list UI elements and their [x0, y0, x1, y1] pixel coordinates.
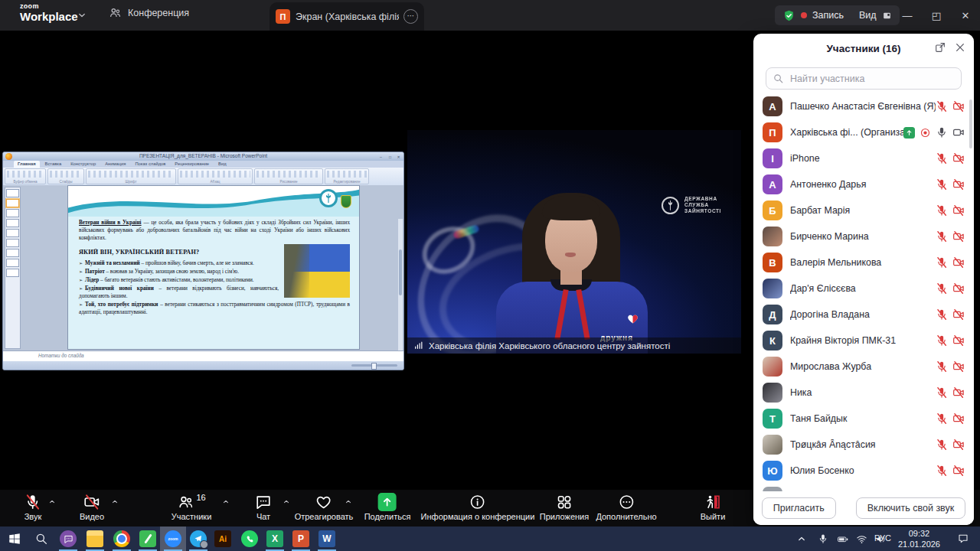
view-label[interactable]: Вид	[859, 10, 877, 21]
minimize-button[interactable]: ―	[893, 0, 922, 31]
participant-search[interactable]	[766, 67, 962, 90]
taskbar-zoom-icon[interactable]: zoom	[160, 527, 186, 551]
taskbar-start-icon[interactable]	[2, 527, 28, 551]
ppt-tab-5[interactable]: Показ слайдов	[131, 161, 169, 168]
popout-icon[interactable]	[934, 41, 946, 54]
slide-thumbnail[interactable]	[6, 239, 19, 247]
invite-button[interactable]: Пригласить	[762, 497, 836, 519]
taskbar-clock[interactable]: 09:32 21.01.2026	[898, 529, 940, 550]
toolbar-share-button[interactable]: Поделиться	[364, 492, 411, 521]
toolbar-react-button[interactable]: Отреагировать	[295, 492, 354, 521]
speaker-video-tile[interactable]: ДЕРЖАВНАСЛУЖБАЗАЙНЯТОСТІ дружня Харківсь…	[407, 130, 741, 354]
taskbar-search-icon[interactable]	[28, 527, 54, 551]
participant-row[interactable]: Дар'я Єлісєєва	[753, 276, 974, 302]
ppt-zoom-slider[interactable]	[351, 364, 397, 367]
ppt-ribbon-group[interactable]: Слайды	[47, 168, 84, 184]
tray-wifi-icon[interactable]	[856, 527, 867, 551]
taskbar-excel-icon[interactable]: X	[262, 527, 288, 551]
ppt-minimize-button[interactable]: –	[377, 154, 385, 160]
close-button[interactable]: ✕	[951, 0, 980, 31]
toolbar-video-button[interactable]: Видео	[80, 492, 104, 521]
toolbar-more-button[interactable]: Дополнительно	[596, 492, 656, 521]
ppt-tab-7[interactable]: Вид	[214, 161, 230, 168]
toolbar-participants-chevron[interactable]	[222, 497, 230, 506]
camera-off-icon	[952, 334, 965, 347]
maximize-button[interactable]: ◰	[922, 0, 951, 31]
toolbar-leave-button[interactable]: Выйти	[701, 492, 726, 521]
toolbar-chat-chevron[interactable]	[283, 497, 291, 506]
taskbar-chrome-icon[interactable]	[109, 527, 135, 551]
slide-thumbnail[interactable]	[6, 189, 19, 197]
tray-battery-icon[interactable]	[837, 527, 848, 551]
ppt-close-button[interactable]: ✕	[394, 154, 403, 160]
participant-row[interactable]: Мирослава Журба	[753, 354, 974, 380]
slide-thumbnail[interactable]	[6, 229, 19, 237]
action-center-icon[interactable]	[957, 527, 969, 551]
security-shield-icon[interactable]	[782, 9, 795, 22]
toolbar-chat-button[interactable]: Чат	[255, 492, 272, 521]
taskbar-word-icon[interactable]: W	[314, 527, 340, 551]
view-layout-icon[interactable]	[882, 11, 892, 21]
ppt-tab-6[interactable]: Рецензирование	[171, 161, 213, 168]
toolbar-audio-chevron[interactable]	[48, 497, 57, 506]
ppt-tab-3[interactable]: Конструктор	[67, 161, 100, 168]
slide-thumbnail[interactable]	[6, 219, 19, 227]
toolbar-audio-button[interactable]: Звук	[24, 492, 42, 521]
slide-thumbnail[interactable]	[6, 259, 19, 267]
search-input[interactable]	[789, 73, 945, 85]
camera-off-icon	[952, 204, 965, 217]
tray-volume-icon[interactable]	[875, 527, 887, 551]
taskbar-whatsapp-icon[interactable]	[237, 527, 263, 551]
camera-off-icon	[952, 412, 965, 425]
participant-row[interactable]: ПХарківська фі... (Организатор)	[753, 119, 974, 145]
tab-screen-share[interactable]: П Экран (Харківська філія Харківс ⋯	[270, 2, 424, 31]
panel-scrollbar[interactable]	[969, 99, 972, 148]
slide-thumbnail[interactable]	[6, 199, 19, 207]
participant-row[interactable]: IiPhone	[753, 145, 974, 171]
toolbar-react-chevron[interactable]	[345, 497, 353, 506]
taskbar-explorer-icon[interactable]	[82, 527, 108, 551]
participant-row[interactable]: ББарбат Марія	[753, 197, 974, 223]
ppt-ribbon-group[interactable]: Буфер обмена	[5, 168, 46, 184]
panel-close-icon[interactable]	[954, 41, 966, 54]
ppt-tab-1[interactable]: Главная	[14, 161, 40, 168]
slide-thumbnail[interactable]	[6, 249, 19, 257]
ppt-ribbon-group[interactable]: Абзац	[178, 168, 253, 184]
tray-mic-icon[interactable]	[818, 527, 828, 551]
toolbar-video-chevron[interactable]	[111, 497, 119, 506]
participant-row[interactable]: ЮЮлия Босенко	[753, 458, 974, 484]
participant-row[interactable]: ДДорогіна Владана	[753, 302, 974, 328]
taskbar-telegram-icon[interactable]	[185, 527, 211, 551]
chevron-down-icon[interactable]	[77, 10, 87, 21]
taskbar-illustrator-icon[interactable]: Ai	[210, 527, 236, 551]
participant-row[interactable]: ККрайня Вікторія ПМК-31	[753, 328, 974, 354]
tab-more-icon[interactable]: ⋯	[403, 9, 418, 24]
ppt-scrollbar[interactable]	[398, 219, 403, 370]
toolbar-info-button[interactable]: Информация о конференции	[421, 492, 535, 521]
slide-thumbnail[interactable]	[6, 209, 19, 217]
participant-row[interactable]: ААнтоненко Дарья	[753, 171, 974, 197]
participant-row[interactable]: ВВалерія Мельникова	[753, 249, 974, 276]
participant-row[interactable]: Бирченко Марина	[753, 223, 974, 249]
ppt-tab-2[interactable]: Вставка	[41, 161, 66, 168]
ppt-ribbon-group[interactable]: Редактирование	[325, 168, 369, 184]
taskbar-viber-icon[interactable]	[55, 527, 81, 551]
tray-chevron-up-icon[interactable]	[796, 527, 807, 551]
ppt-maximize-button[interactable]: □	[386, 154, 394, 160]
unmute-button[interactable]: Включить свой звук	[856, 497, 966, 519]
participant-row[interactable]: ТТаня Байдык	[753, 406, 974, 432]
ppt-notes-pane[interactable]: Нотатки до слайда	[3, 350, 403, 361]
ppt-slide-thumbnails[interactable]	[5, 187, 21, 349]
tab-conference[interactable]: Конференция	[109, 6, 189, 19]
ppt-ribbon-group[interactable]: Рисование	[254, 168, 323, 184]
ppt-tab-4[interactable]: Анимация	[101, 161, 129, 168]
toolbar-apps-button[interactable]: Приложения	[540, 492, 589, 521]
slide-thumbnail[interactable]	[6, 269, 19, 277]
taskbar-powerpoint-icon[interactable]: P	[288, 527, 314, 551]
taskbar-lines-icon[interactable]	[135, 527, 161, 551]
participant-row[interactable]: АПашечко Анастасія Євгенівна (Я)	[753, 93, 974, 119]
ppt-ribbon-group[interactable]: Шрифт	[86, 168, 176, 184]
toolbar-participants-button[interactable]: 16Участники	[172, 492, 212, 521]
participant-row[interactable]: Трøцкâя Ânąстâсия	[753, 432, 974, 458]
participant-row[interactable]: Ника	[753, 380, 974, 406]
